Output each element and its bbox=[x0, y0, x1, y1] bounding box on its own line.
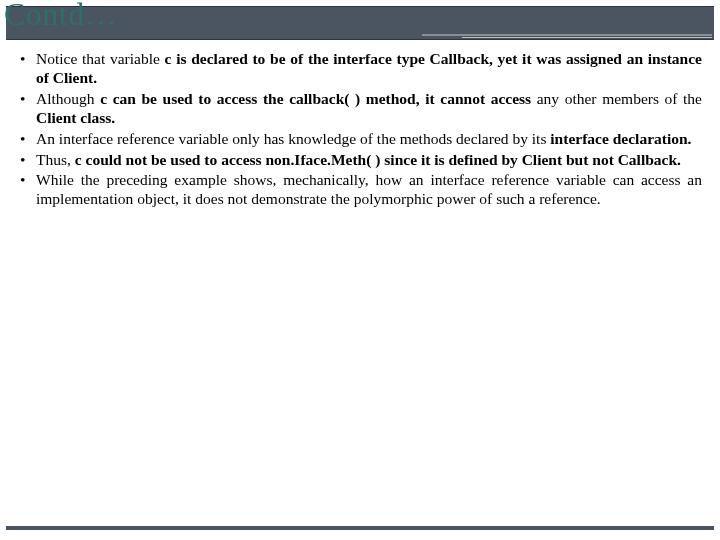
list-item: Thus, c could not be used to access non.… bbox=[18, 151, 702, 170]
bullet-bold: Client class. bbox=[36, 109, 115, 126]
slide: Contd… Notice that variable c is declare… bbox=[0, 0, 720, 540]
list-item: An interface reference variable only has… bbox=[18, 130, 702, 149]
list-item: While the preceding example shows, mecha… bbox=[18, 171, 702, 209]
bullet-bold: c can be used to access the callback( ) … bbox=[100, 90, 531, 107]
bullet-text: An interface reference variable only has… bbox=[36, 130, 550, 147]
bullet-text: Thus, bbox=[36, 151, 75, 168]
bullet-text: Although bbox=[36, 90, 100, 107]
bullet-text: Notice that variable bbox=[36, 50, 165, 67]
bullet-list: Notice that variable c is declared to be… bbox=[18, 50, 702, 209]
title-rule bbox=[422, 34, 712, 36]
slide-title: Contd… bbox=[4, 0, 117, 33]
bullet-bold: interface declaration. bbox=[550, 130, 691, 147]
bullet-bold: c could not be used to access non.Iface.… bbox=[75, 151, 681, 168]
list-item: Although c can be used to access the cal… bbox=[18, 90, 702, 128]
bullet-text: any other members of the bbox=[531, 90, 702, 107]
bullet-text: While the preceding example shows, mecha… bbox=[36, 171, 702, 207]
list-item: Notice that variable c is declared to be… bbox=[18, 50, 702, 88]
content-area: Notice that variable c is declared to be… bbox=[18, 50, 702, 211]
title-rule-inner bbox=[462, 37, 712, 38]
footer-rule bbox=[6, 526, 714, 530]
